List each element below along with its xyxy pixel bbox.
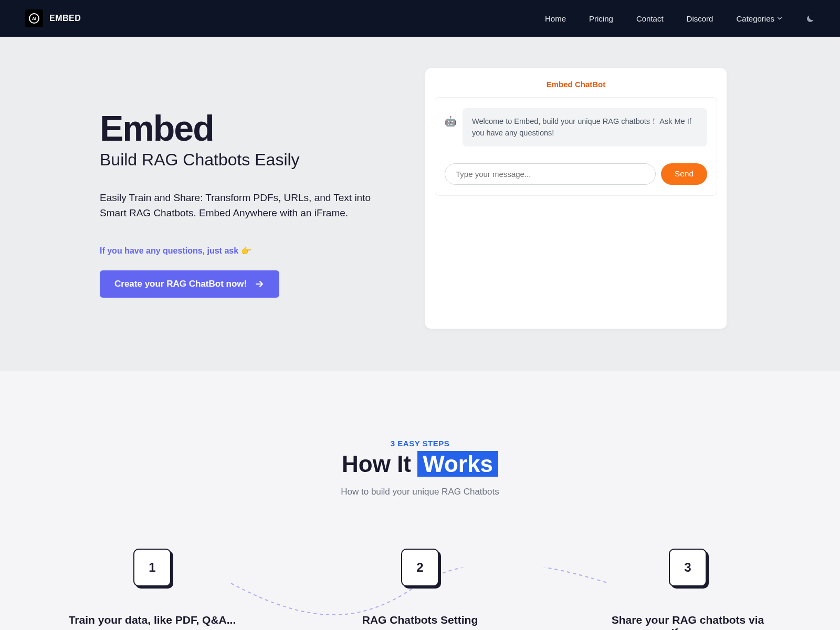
nav-categories-label: Categories	[736, 14, 774, 23]
dark-mode-toggle[interactable]	[805, 14, 815, 23]
chatbot-inner: 🤖 Welcome to Embed, build your unique RA…	[435, 97, 717, 196]
step-number: 1	[133, 549, 171, 586]
cta-label: Create your RAG ChatBot now!	[114, 279, 247, 289]
nav-contact[interactable]: Contact	[636, 14, 664, 23]
step-2: 2 RAG Chatbots Setting Configure your RA…	[333, 549, 507, 630]
chat-message: 🤖 Welcome to Embed, build your unique RA…	[445, 108, 707, 146]
chevron-down-icon	[777, 16, 782, 21]
step-number: 2	[401, 549, 439, 586]
step-3: 3 Share your RAG chatbots via Iframe Dep…	[601, 549, 774, 630]
arrow-right-icon	[254, 279, 265, 289]
hero-title: Embed	[100, 110, 394, 146]
step-title: Train your data, like PDF, Q&A...	[66, 614, 239, 626]
logo[interactable]: AI EMBED	[25, 9, 81, 27]
logo-icon: AI	[25, 9, 43, 27]
send-button[interactable]: Send	[661, 163, 707, 185]
hero-subtitle: Build RAG Chatbots Easily	[100, 150, 394, 170]
nav-pricing[interactable]: Pricing	[589, 14, 613, 23]
nav-home[interactable]: Home	[545, 14, 566, 23]
hero-section: Embed Build RAG Chatbots Easily Easily T…	[0, 37, 840, 371]
chatbot-preview: Embed ChatBot 🤖 Welcome to Embed, build …	[425, 68, 727, 329]
steps-row: 1 Train your data, like PDF, Q&A... Star…	[25, 549, 815, 630]
how-title-prefix: How It	[342, 451, 417, 477]
logo-text: EMBED	[49, 14, 81, 23]
chatbot-title: Embed ChatBot	[435, 80, 717, 89]
hero-description: Easily Train and Share: Transform PDFs, …	[100, 191, 394, 220]
chat-bubble: Welcome to Embed, build your unique RAG …	[463, 108, 707, 146]
bot-avatar-icon: 🤖	[445, 116, 457, 128]
how-title-highlight: Works	[417, 451, 498, 477]
nav-links: Home Pricing Contact Discord Categories	[545, 14, 815, 23]
nav-categories[interactable]: Categories	[736, 14, 782, 23]
step-number: 3	[669, 549, 707, 586]
navbar: AI EMBED Home Pricing Contact Discord Ca…	[0, 0, 840, 37]
create-chatbot-button[interactable]: Create your RAG ChatBot now!	[100, 270, 279, 298]
how-title: How It Works	[25, 451, 815, 477]
chat-input[interactable]	[445, 163, 656, 185]
hero-content: Embed Build RAG Chatbots Easily Easily T…	[100, 68, 394, 329]
steps-badge: 3 EASY STEPS	[25, 439, 815, 448]
step-1: 1 Train your data, like PDF, Q&A... Star…	[66, 549, 239, 630]
how-subtitle: How to build your unique RAG Chatbots	[25, 487, 815, 497]
nav-discord[interactable]: Discord	[687, 14, 713, 23]
chat-input-row: Send	[445, 163, 707, 185]
step-title: RAG Chatbots Setting	[333, 614, 507, 626]
hero-hint: If you have any questions, just ask 👉	[100, 246, 394, 256]
chatbot-panel: Embed ChatBot 🤖 Welcome to Embed, build …	[425, 68, 727, 329]
how-it-works-section: 3 EASY STEPS How It Works How to build y…	[0, 371, 840, 630]
step-title: Share your RAG chatbots via Iframe	[601, 614, 774, 630]
